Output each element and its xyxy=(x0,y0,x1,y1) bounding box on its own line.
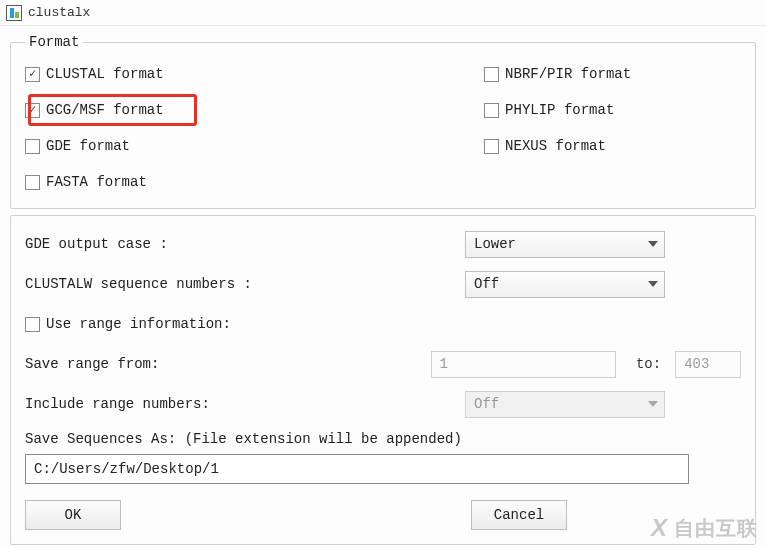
ok-button[interactable]: OK xyxy=(25,500,121,530)
clustalw-seq-value: Off xyxy=(474,276,499,292)
gcgmsf-checkbox[interactable] xyxy=(25,103,40,118)
range-from-row: Save range from: 1 to: 403 xyxy=(25,350,741,378)
gde-case-row: GDE output case : Lower xyxy=(25,230,741,258)
range-to-label: to: xyxy=(636,356,661,372)
gcgmsf-label: GCG/MSF format xyxy=(46,102,164,118)
cancel-button[interactable]: Cancel xyxy=(471,500,567,530)
gde-case-label: GDE output case : xyxy=(25,236,455,252)
gcgmsf-checkbox-row[interactable]: GCG/MSF format xyxy=(25,98,444,122)
range-to-input[interactable]: 403 xyxy=(675,351,741,378)
format-legend: Format xyxy=(25,34,83,50)
button-row: OK Cancel xyxy=(25,500,741,530)
range-from-value: 1 xyxy=(440,356,448,372)
range-to-value: 403 xyxy=(684,356,709,372)
gde-label: GDE format xyxy=(46,138,130,154)
phylip-checkbox[interactable] xyxy=(484,103,499,118)
nexus-checkbox-row[interactable]: NEXUS format xyxy=(484,134,741,158)
use-range-checkbox[interactable] xyxy=(25,317,40,332)
clustal-checkbox-row[interactable]: CLUSTAL format xyxy=(25,62,444,86)
include-range-value: Off xyxy=(474,396,499,412)
nbrf-checkbox-row[interactable]: NBRF/PIR format xyxy=(484,62,741,86)
gde-case-combo[interactable]: Lower xyxy=(465,231,665,258)
chevron-down-icon xyxy=(648,281,658,287)
gde-checkbox[interactable] xyxy=(25,139,40,154)
range-from-input[interactable]: 1 xyxy=(431,351,616,378)
nexus-label: NEXUS format xyxy=(505,138,606,154)
clustal-label: CLUSTAL format xyxy=(46,66,164,82)
app-icon xyxy=(6,5,22,21)
window-title: clustalx xyxy=(28,5,90,20)
clustalw-seq-combo[interactable]: Off xyxy=(465,271,665,298)
nbrf-checkbox[interactable] xyxy=(484,67,499,82)
clustalw-seq-label: CLUSTALW sequence numbers : xyxy=(25,276,455,292)
save-as-input-row: C:/Users/zfw/Desktop/1 xyxy=(25,454,741,484)
range-from-label: Save range from: xyxy=(25,356,421,372)
gde-checkbox-row[interactable]: GDE format xyxy=(25,134,444,158)
include-range-label: Include range numbers: xyxy=(25,396,455,412)
gde-case-value: Lower xyxy=(474,236,516,252)
save-as-input[interactable]: C:/Users/zfw/Desktop/1 xyxy=(25,454,689,484)
save-as-value: C:/Users/zfw/Desktop/1 xyxy=(34,461,219,477)
use-range-label: Use range information: xyxy=(46,316,231,332)
save-as-label: Save Sequences As: (File extension will … xyxy=(25,431,741,447)
clustal-checkbox[interactable] xyxy=(25,67,40,82)
cancel-button-label: Cancel xyxy=(494,507,544,523)
ok-button-label: OK xyxy=(65,507,82,523)
titlebar: clustalx xyxy=(0,0,766,26)
include-range-row: Include range numbers: Off xyxy=(25,390,741,418)
include-range-combo: Off xyxy=(465,391,665,418)
nbrf-label: NBRF/PIR format xyxy=(505,66,631,82)
phylip-checkbox-row[interactable]: PHYLIP format xyxy=(484,98,741,122)
chevron-down-icon xyxy=(648,401,658,407)
use-range-row: Use range information: xyxy=(25,310,741,338)
nexus-checkbox[interactable] xyxy=(484,139,499,154)
dialog-area: Format CLUSTAL format GCG/MSF format GDE… xyxy=(0,34,766,548)
clustalw-seq-row: CLUSTALW sequence numbers : Off xyxy=(25,270,741,298)
phylip-label: PHYLIP format xyxy=(505,102,614,118)
fasta-label: FASTA format xyxy=(46,174,147,190)
chevron-down-icon xyxy=(648,241,658,247)
options-panel: GDE output case : Lower CLUSTALW sequenc… xyxy=(10,215,756,545)
fasta-checkbox-row[interactable]: FASTA format xyxy=(25,170,444,194)
use-range-checkbox-row[interactable]: Use range information: xyxy=(25,316,231,332)
fasta-checkbox[interactable] xyxy=(25,175,40,190)
save-as-label-row: Save Sequences As: (File extension will … xyxy=(25,430,741,448)
format-group: Format CLUSTAL format GCG/MSF format GDE… xyxy=(10,34,756,209)
